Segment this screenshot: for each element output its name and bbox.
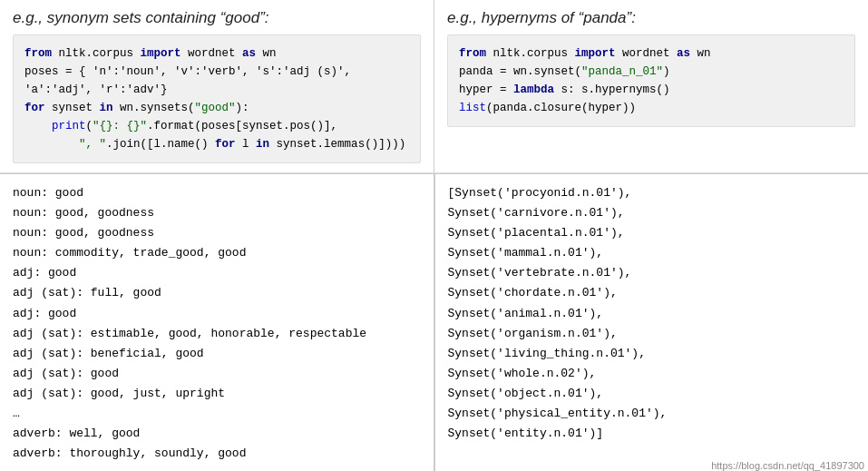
right-output-line-6: Synset('chordate.n.01'), [448, 283, 856, 303]
right-output-line-7: Synset('animal.n.01'), [448, 304, 856, 324]
left-output-line-8: adj (sat): estimable, good, honorable, r… [13, 324, 421, 344]
left-code-block: from nltk.corpus import wordnet as wn po… [13, 34, 421, 163]
left-code-line-1: from nltk.corpus import wordnet as wn [24, 44, 409, 63]
left-output-line-5: adj: good [13, 263, 421, 283]
left-output-line-14: adverb: thoroughly, soundly, good [13, 444, 421, 464]
left-output-line-9: adj (sat): beneficial, good [13, 344, 421, 364]
right-output-line-1: [Synset('procyonid.n.01'), [448, 183, 856, 203]
right-output-line-13: Synset('entity.n.01')] [448, 424, 856, 444]
right-output-line-3: Synset('placental.n.01'), [448, 223, 856, 243]
left-output-line-2: noun: good, goodness [13, 203, 421, 223]
right-output-line-9: Synset('living_thing.n.01'), [448, 344, 856, 364]
right-output-line-11: Synset('object.n.01'), [448, 384, 856, 404]
right-code-line-1: from nltk.corpus import wordnet as wn [459, 44, 844, 63]
left-output-line-4: noun: commodity, trade_good, good [13, 243, 421, 263]
top-row: e.g., synonym sets containing “good”: fr… [0, 0, 868, 173]
right-output-line-10: Synset('whole.n.02'), [448, 364, 856, 384]
left-top-panel: e.g., synonym sets containing “good”: fr… [0, 0, 434, 173]
right-output-line-2: Synset('carnivore.n.01'), [448, 203, 856, 223]
left-code-line-4: print("{}: {}".format(poses[synset.pos()… [24, 117, 409, 135]
right-heading: e.g., hypernyms of “panda”: [447, 9, 855, 27]
right-code-line-2: panda = wn.synset("panda_n_01") [459, 63, 844, 81]
right-output-line-8: Synset('organism.n.01'), [448, 324, 856, 344]
left-code-line-5: ", ".join([l.name() for l in synset.lemm… [24, 135, 409, 153]
bottom-row: noun: good noun: good, goodness noun: go… [0, 173, 868, 471]
left-heading: e.g., synonym sets containing “good”: [13, 9, 421, 27]
right-output-line-5: Synset('vertebrate.n.01'), [448, 263, 856, 283]
left-output-line-12: … [13, 404, 421, 424]
left-output-line-7: adj: good [13, 304, 421, 324]
left-output-line-11: adj (sat): good, just, upright [13, 384, 421, 404]
left-output-panel: noun: good noun: good, goodness noun: go… [0, 173, 434, 471]
left-output-line-1: noun: good [13, 183, 421, 203]
right-output-line-12: Synset('physical_entity.n.01'), [448, 404, 856, 424]
left-code-line-3: for synset in wn.synsets("good"): [24, 99, 409, 117]
right-top-panel: e.g., hypernyms of “panda”: from nltk.co… [434, 0, 868, 173]
right-code-line-3: hyper = lambda s: s.hypernyms() [459, 81, 844, 99]
left-output-line-10: adj (sat): good [13, 364, 421, 384]
page-wrapper: e.g., synonym sets containing “good”: fr… [0, 0, 868, 471]
left-code-line-2: poses = { 'n':'noun', 'v':'verb', 's':'a… [24, 63, 409, 99]
right-output-panel: [Synset('procyonid.n.01'), Synset('carni… [434, 173, 869, 471]
left-output-line-3: noun: good, goodness [13, 223, 421, 243]
right-code-line-4: list(panda.closure(hyper)) [459, 99, 844, 117]
left-output-line-6: adj (sat): full, good [13, 283, 421, 303]
right-code-block: from nltk.corpus import wordnet as wn pa… [447, 34, 855, 127]
right-output-line-4: Synset('mammal.n.01'), [448, 243, 856, 263]
watermark: https://blog.csdn.net/qq_41897300 [707, 458, 868, 471]
left-output-line-13: adverb: well, good [13, 424, 421, 444]
